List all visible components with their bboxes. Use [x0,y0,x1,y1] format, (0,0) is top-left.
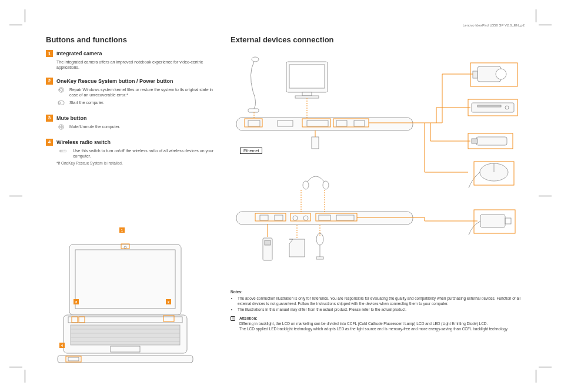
attention-1: Differing in backlight, the LCD on marke… [239,321,525,327]
svg-rect-48 [265,240,271,245]
svg-point-39 [323,181,329,189]
desc-recovery: Repair Windows system kernel files or re… [69,87,216,98]
svg-line-4 [62,126,64,128]
svg-rect-29 [302,92,312,96]
mute-icon [56,124,66,130]
badge-2: 2 [46,78,53,85]
recovery-icon [56,87,66,98]
title-camera: Integrated camera [56,51,102,56]
svg-point-25 [252,57,259,62]
desc-power: Start the computer. [69,100,216,106]
svg-rect-56 [477,105,501,107]
svg-rect-37 [312,137,319,149]
power-icon [56,100,66,106]
heading-buttons: Buttons and functions [46,35,216,44]
ethernet-label: Ethernet [240,148,262,154]
item-wireless: 4 Wireless radio switch Use this switch … [46,139,216,165]
badge-1: 1 [46,50,53,57]
svg-rect-17 [111,346,140,352]
svg-rect-26 [248,109,259,112]
item-mute: 3 Mute button Mute/Unmute the computer. [46,115,216,132]
svg-rect-6 [61,150,62,152]
desc-wireless: Use this switch to turn on/off the wirel… [73,148,216,159]
switch-icon [56,148,69,159]
svg-rect-1 [58,100,64,105]
svg-rect-63 [505,218,511,224]
svg-point-0 [59,88,64,92]
svg-point-53 [496,69,506,79]
attention-heading: Attention: [239,316,258,320]
svg-rect-55 [472,103,514,112]
callout-1: 1 [119,227,125,233]
callout-3: 3 [74,299,79,304]
badge-4: 4 [46,139,53,146]
title-mute: Mute button [56,115,86,121]
svg-rect-18 [58,356,193,363]
notes-block: Notes: The above connection illustration… [231,290,525,331]
badge-3: 3 [46,115,53,122]
laptop-figure: 1 2 3 4 [46,230,216,367]
svg-rect-31 [236,118,413,130]
column-left: Buttons and functions 1 Integrated camer… [46,35,216,367]
connection-diagram: Ethernet [231,50,525,285]
item-camera: 1 Integrated camera The integrated camer… [46,50,216,71]
svg-rect-28 [289,65,325,88]
callout-2: 2 [166,299,171,304]
svg-point-2 [59,102,61,103]
desc-camera: The integrated camera offers an improved… [46,59,216,71]
attention-2: The LCD applied LED backlight technology… [239,327,525,332]
svg-rect-59 [472,139,477,143]
svg-rect-62 [480,215,505,227]
svg-point-38 [303,181,309,189]
title-onekey: OneKey Rescue System button / Power butt… [56,78,173,84]
title-wireless: Wireless radio switch [56,139,111,145]
svg-point-3 [59,125,64,129]
note-1: The above connection illustration is onl… [238,296,525,307]
svg-rect-8 [75,250,175,309]
callout-4: 4 [59,343,65,348]
column-right: External devices connection [231,35,525,367]
footnote: *If OneKey Rescue System is installed. [46,161,216,165]
doc-id: Lenovo IdeaPad U350 SP V2.0_EN_p2 [463,24,525,27]
notes-heading: Notes: [231,290,525,295]
svg-rect-51 [316,257,323,259]
svg-rect-12 [71,325,180,345]
page: Lenovo IdeaPad U350 SP V2.0_EN_p2 Button… [0,0,561,392]
desc-mute: Mute/Unmute the computer. [69,124,216,130]
note-2: The illustrations in this manual may dif… [238,307,525,313]
attention-icon [231,316,235,321]
svg-rect-30 [295,96,319,98]
content: Buttons and functions 1 Integrated camer… [46,35,525,367]
svg-rect-54 [473,71,477,78]
svg-rect-58 [476,137,507,145]
heading-external: External devices connection [231,35,525,44]
item-onekey: 2 OneKey Rescue System button / Power bu… [46,78,216,108]
